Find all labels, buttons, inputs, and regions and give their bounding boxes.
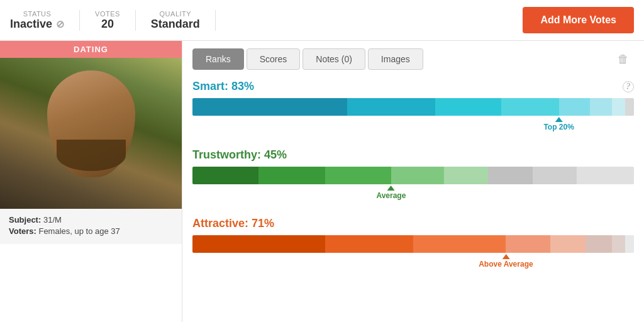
smart-bar-seg5 bbox=[559, 98, 590, 116]
smart-bar-seg1 bbox=[192, 98, 347, 116]
trustworthy-marker: Average bbox=[376, 186, 406, 200]
smart-bar-seg8 bbox=[625, 98, 634, 116]
smart-title: Smart: 83% ? bbox=[192, 80, 634, 93]
attractive-title: Attractive: 71% bbox=[192, 217, 634, 230]
subject-info: Subject: 31/M Voters: Females, up to age… bbox=[0, 209, 182, 244]
votes-label: VOTES bbox=[95, 10, 120, 18]
trustworthy-label-row: Average bbox=[192, 186, 634, 199]
smart-bar-track bbox=[192, 98, 634, 116]
tabs-bar: Ranks Scores Notes (0) Images 🗑 bbox=[192, 41, 634, 80]
smart-bar-seg7 bbox=[612, 98, 625, 116]
status-section: STATUS Inactive ⊘ bbox=[10, 10, 80, 31]
attractive-marker-label: Above Average bbox=[479, 260, 533, 269]
attr-bar-seg3 bbox=[413, 235, 506, 253]
voters-label: Voters: bbox=[9, 226, 36, 236]
delete-icon[interactable]: 🗑 bbox=[613, 50, 634, 69]
trust-bar-seg8 bbox=[577, 167, 634, 184]
smart-help-icon[interactable]: ? bbox=[623, 81, 634, 92]
votes-value: 20 bbox=[101, 18, 114, 31]
attractive-label-row: Above Average bbox=[192, 254, 634, 268]
attractive-marker: Above Average bbox=[479, 254, 533, 269]
metric-smart: Smart: 83% ? Top 20% bbox=[192, 80, 634, 131]
smart-label-row: Top 20% bbox=[192, 117, 634, 131]
smart-bar-seg6 bbox=[590, 98, 612, 116]
trustworthy-marker-label: Average bbox=[376, 191, 406, 200]
attractive-bar-track bbox=[192, 235, 634, 253]
subject-label: Subject: bbox=[9, 215, 41, 225]
trustworthy-bar-track bbox=[192, 167, 634, 184]
smart-bar-container: Top 20% bbox=[192, 98, 634, 131]
status-value: Inactive ⊘ bbox=[10, 18, 64, 31]
trustworthy-bar-container: Average bbox=[192, 167, 634, 199]
attractive-bar-container: Above Average bbox=[192, 235, 634, 268]
attr-bar-seg1 bbox=[192, 235, 325, 253]
smart-marker-label: Top 20% bbox=[543, 123, 574, 131]
attr-bar-seg4 bbox=[506, 235, 550, 253]
main-content: DATING Subject: 31/M Voters: Females, up… bbox=[0, 41, 644, 322]
smart-bar-seg3 bbox=[435, 98, 501, 116]
metric-attractive: Attractive: 71% Above Average bbox=[192, 217, 634, 268]
tab-scores[interactable]: Scores bbox=[247, 48, 301, 70]
trust-bar-seg1 bbox=[192, 167, 258, 184]
category-banner: DATING bbox=[0, 41, 182, 58]
attr-bar-seg8 bbox=[625, 235, 634, 253]
tab-notes[interactable]: Notes (0) bbox=[303, 48, 365, 70]
attr-bar-seg7 bbox=[612, 235, 625, 253]
quality-value: Standard bbox=[151, 18, 200, 31]
header: STATUS Inactive ⊘ VOTES 20 QUALITY Stand… bbox=[0, 0, 644, 41]
trust-bar-seg4 bbox=[391, 167, 444, 184]
subject-value: 31/M bbox=[43, 215, 62, 225]
smart-marker: Top 20% bbox=[543, 117, 574, 131]
trustworthy-marker-arrow bbox=[387, 186, 395, 191]
voters-value: Females, up to age 37 bbox=[38, 226, 119, 236]
smart-marker-arrow bbox=[555, 117, 563, 122]
trust-bar-seg5 bbox=[444, 167, 488, 184]
attractive-marker-arrow bbox=[502, 254, 509, 259]
attr-bar-seg5 bbox=[550, 235, 586, 253]
attr-bar-seg2 bbox=[325, 235, 413, 253]
trust-bar-seg3 bbox=[325, 167, 391, 184]
smart-bar-seg2 bbox=[347, 98, 435, 116]
quality-label: QUALITY bbox=[160, 10, 192, 18]
trust-bar-seg6 bbox=[488, 167, 532, 184]
metric-trustworthy: Trustworthy: 45% Average bbox=[192, 148, 634, 199]
trust-bar-seg7 bbox=[533, 167, 577, 184]
status-label: STATUS bbox=[23, 10, 52, 18]
votes-section: VOTES 20 bbox=[80, 10, 136, 31]
add-votes-button[interactable]: Add More Votes bbox=[523, 7, 634, 33]
profile-photo bbox=[0, 58, 182, 209]
right-panel: Ranks Scores Notes (0) Images 🗑 Smart: 8… bbox=[182, 41, 644, 322]
trust-bar-seg2 bbox=[258, 167, 325, 184]
tab-ranks[interactable]: Ranks bbox=[192, 48, 244, 70]
inactive-icon: ⊘ bbox=[56, 18, 64, 30]
quality-section: QUALITY Standard bbox=[136, 10, 216, 31]
tab-images[interactable]: Images bbox=[368, 48, 423, 70]
trustworthy-title: Trustworthy: 45% bbox=[192, 148, 634, 162]
left-panel: DATING Subject: 31/M Voters: Females, up… bbox=[0, 41, 182, 322]
smart-bar-seg4 bbox=[501, 98, 558, 116]
attr-bar-seg6 bbox=[586, 235, 612, 253]
